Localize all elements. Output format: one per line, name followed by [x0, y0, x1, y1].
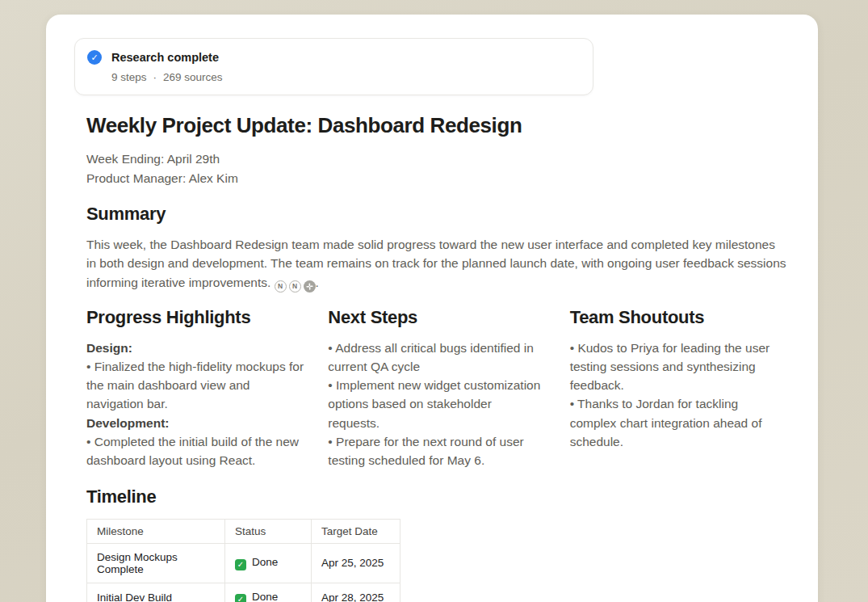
- bullet-item: • Prepare for the next round of user tes…: [328, 432, 545, 470]
- bullet-item: • Finalized the high-fidelity mockups fo…: [86, 357, 304, 414]
- column-progress-highlights: Progress Highlights Design: • Finalized …: [86, 307, 304, 470]
- bullet-item: • Completed the initial build of the new…: [86, 432, 304, 470]
- table-row: Design Mockups Complete ✓Done Apr 25, 20…: [87, 543, 400, 583]
- sources-count[interactable]: 269 sources: [163, 71, 223, 83]
- timeline-heading: Timeline: [86, 486, 787, 507]
- status-label: Done: [252, 591, 278, 602]
- meta-product-manager: Product Manager: Alex Kim: [86, 169, 787, 188]
- status-cell: ✓Done: [225, 583, 312, 602]
- summary-paragraph: This week, the Dashboard Redesign team m…: [86, 235, 787, 293]
- summary-suffix: .: [316, 276, 319, 289]
- notion-icon[interactable]: N: [289, 280, 301, 293]
- steps-count: 9 steps: [111, 71, 147, 83]
- research-status-card[interactable]: ✓ Research complete 9 steps · 269 source…: [74, 38, 593, 95]
- research-complete-check-icon: ✓: [87, 50, 102, 65]
- milestone-cell: Design Mockups Complete: [87, 543, 225, 583]
- three-column-section: Progress Highlights Design: • Finalized …: [86, 307, 787, 470]
- bullet-item: • Address all critical bugs identified i…: [328, 339, 545, 377]
- research-status-meta: 9 steps · 269 sources: [111, 71, 580, 83]
- research-status-title: Research complete: [111, 51, 219, 64]
- done-check-icon: ✓: [235, 559, 246, 570]
- citation-chips: NN: [275, 280, 316, 293]
- column-next-steps: Next Steps • Address all critical bugs i…: [328, 307, 545, 470]
- table-row: Initial Dev Build ✓Done Apr 28, 2025: [87, 583, 400, 602]
- table-header-milestone: Milestone: [87, 519, 225, 543]
- bullet-item: • Kudos to Priya for leading the user te…: [570, 339, 787, 395]
- page-title: Weekly Project Update: Dashboard Redesig…: [86, 113, 787, 138]
- target-date-cell: Apr 28, 2025: [312, 583, 400, 602]
- status-label: Done: [252, 556, 278, 568]
- slack-icon[interactable]: [304, 280, 316, 293]
- meta-week-ending: Week Ending: April 29th: [86, 149, 787, 169]
- timeline-table: Milestone Status Target Date Design Mock…: [86, 519, 400, 602]
- bullet-item: • Thanks to Jordan for tackling complex …: [570, 394, 787, 451]
- milestone-cell: Initial Dev Build: [87, 583, 225, 602]
- design-label: Design:: [86, 339, 304, 357]
- done-check-icon: ✓: [235, 594, 246, 602]
- next-steps-heading: Next Steps: [328, 307, 545, 328]
- table-header-target-date: Target Date: [312, 519, 400, 543]
- bullet-item: • Implement new widget customization opt…: [328, 376, 545, 432]
- dot-separator: ·: [153, 71, 157, 83]
- notion-icon[interactable]: N: [275, 280, 287, 293]
- progress-highlights-heading: Progress Highlights: [86, 307, 304, 328]
- column-team-shoutouts: Team Shoutouts • Kudos to Priya for lead…: [570, 307, 787, 470]
- document-card: ✓ Research complete 9 steps · 269 source…: [46, 15, 818, 602]
- summary-heading: Summary: [86, 204, 787, 225]
- status-cell: ✓Done: [225, 543, 312, 583]
- table-header-row: Milestone Status Target Date: [87, 519, 400, 543]
- table-header-status: Status: [225, 519, 312, 543]
- development-label: Development:: [86, 414, 304, 432]
- target-date-cell: Apr 25, 2025: [312, 543, 400, 583]
- research-status-row: ✓ Research complete: [87, 50, 580, 65]
- summary-text: This week, the Dashboard Redesign team m…: [86, 238, 786, 289]
- team-shoutouts-heading: Team Shoutouts: [570, 307, 787, 328]
